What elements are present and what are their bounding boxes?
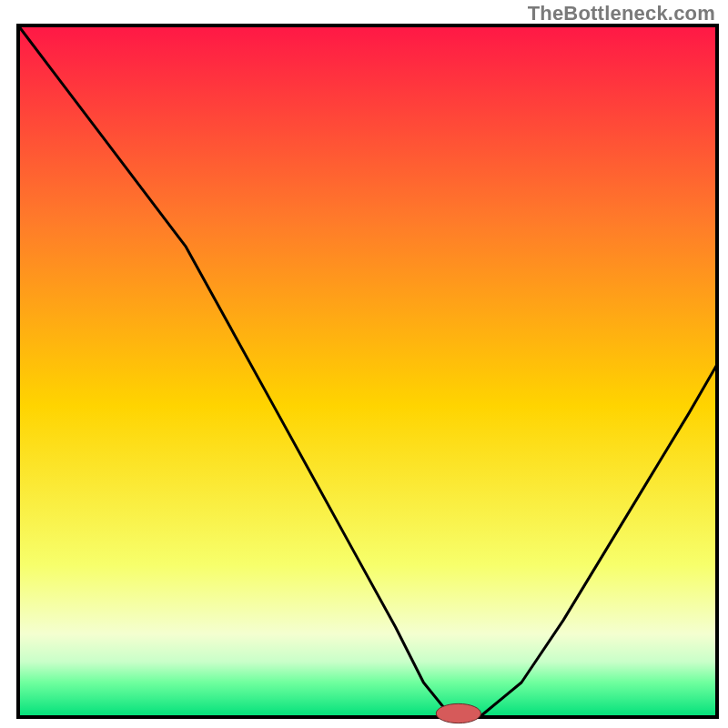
chart-stage: TheBottleneck.com — [0, 0, 728, 728]
optimum-marker — [436, 703, 480, 723]
plot-background — [18, 25, 717, 717]
bottleneck-chart — [0, 0, 728, 728]
attribution-label: TheBottleneck.com — [528, 2, 715, 25]
